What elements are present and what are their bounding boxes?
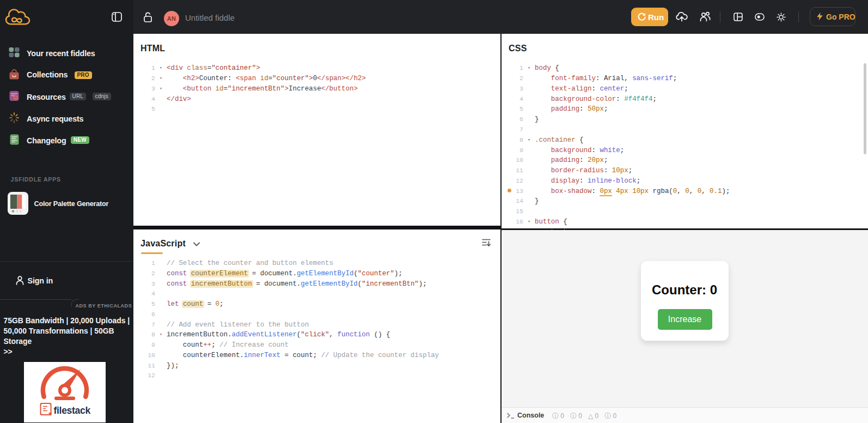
svg-text:filestack: filestack xyxy=(53,405,90,416)
